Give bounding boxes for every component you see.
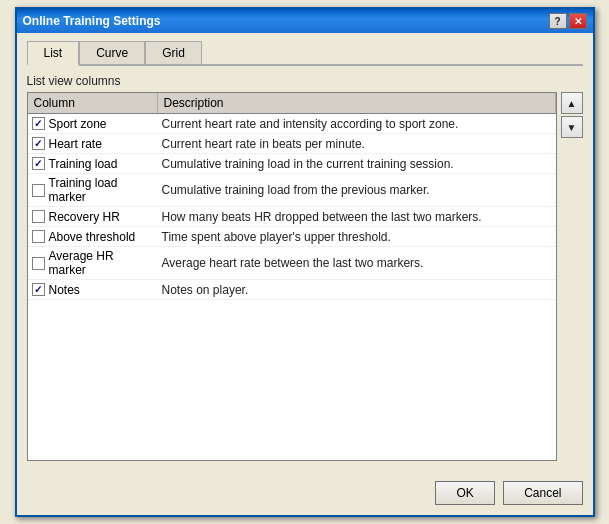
cancel-button[interactable]: Cancel [503,481,582,505]
checkbox-4[interactable] [32,210,45,223]
help-button[interactable]: ? [549,13,567,29]
row-desc-5: Time spent above player's upper threshol… [158,228,556,246]
column-label-0: Sport zone [49,117,107,131]
column-label-5: Above threshold [49,230,136,244]
table-header: Column Description [28,93,556,114]
checkbox-1[interactable] [32,137,45,150]
table-row[interactable]: Training load Cumulative training load i… [28,154,556,174]
column-label-2: Training load [49,157,118,171]
list-area: Column Description Sport zone Current he… [27,92,583,461]
empty-space [28,300,556,460]
row-desc-6: Average heart rate between the last two … [158,254,556,272]
row-column-4: Recovery HR [28,208,158,226]
table-row[interactable]: Notes Notes on player. [28,280,556,300]
tab-grid[interactable]: Grid [145,41,202,66]
row-column-0: Sport zone [28,115,158,133]
row-column-7: Notes [28,281,158,299]
move-down-button[interactable]: ▼ [561,116,583,138]
section-label: List view columns [27,74,583,88]
column-label-3: Training load marker [49,176,154,204]
column-label-7: Notes [49,283,80,297]
checkbox-6[interactable] [32,257,45,270]
close-button[interactable]: ✕ [569,13,587,29]
checkbox-0[interactable] [32,117,45,130]
row-column-3: Training load marker [28,174,158,206]
table-row[interactable]: Sport zone Current heart rate and intens… [28,114,556,134]
row-desc-1: Current heart rate in beats per minute. [158,135,556,153]
window-title: Online Training Settings [23,14,161,28]
list-container: Column Description Sport zone Current he… [27,92,557,461]
ok-button[interactable]: OK [435,481,495,505]
row-desc-3: Cumulative training load from the previo… [158,181,556,199]
row-desc-2: Cumulative training load in the current … [158,155,556,173]
title-bar-buttons: ? ✕ [549,13,587,29]
tab-bar: List Curve Grid [27,41,583,66]
window-body: List Curve Grid List view columns Column… [17,33,593,515]
header-column: Column [28,93,158,113]
column-label-1: Heart rate [49,137,102,151]
table-row[interactable]: Above threshold Time spent above player'… [28,227,556,247]
row-column-5: Above threshold [28,228,158,246]
column-label-4: Recovery HR [49,210,120,224]
table-row[interactable]: Average HR marker Average heart rate bet… [28,247,556,280]
table-row[interactable]: Training load marker Cumulative training… [28,174,556,207]
move-up-button[interactable]: ▲ [561,92,583,114]
arrow-buttons: ▲ ▼ [561,92,583,461]
row-column-6: Average HR marker [28,247,158,279]
title-bar: Online Training Settings ? ✕ [17,9,593,33]
checkbox-5[interactable] [32,230,45,243]
tab-curve[interactable]: Curve [79,41,145,66]
row-desc-0: Current heart rate and intensity accordi… [158,115,556,133]
table-row[interactable]: Recovery HR How many beats HR dropped be… [28,207,556,227]
checkbox-2[interactable] [32,157,45,170]
checkbox-7[interactable] [32,283,45,296]
tab-list[interactable]: List [27,41,80,66]
table-row[interactable]: Heart rate Current heart rate in beats p… [28,134,556,154]
row-column-2: Training load [28,155,158,173]
bottom-area: OK Cancel [27,473,583,505]
row-desc-7: Notes on player. [158,281,556,299]
checkbox-3[interactable] [32,184,45,197]
row-column-1: Heart rate [28,135,158,153]
dialog-window: Online Training Settings ? ✕ List Curve … [15,7,595,517]
row-desc-4: How many beats HR dropped between the la… [158,208,556,226]
column-label-6: Average HR marker [49,249,154,277]
header-description: Description [158,93,556,113]
